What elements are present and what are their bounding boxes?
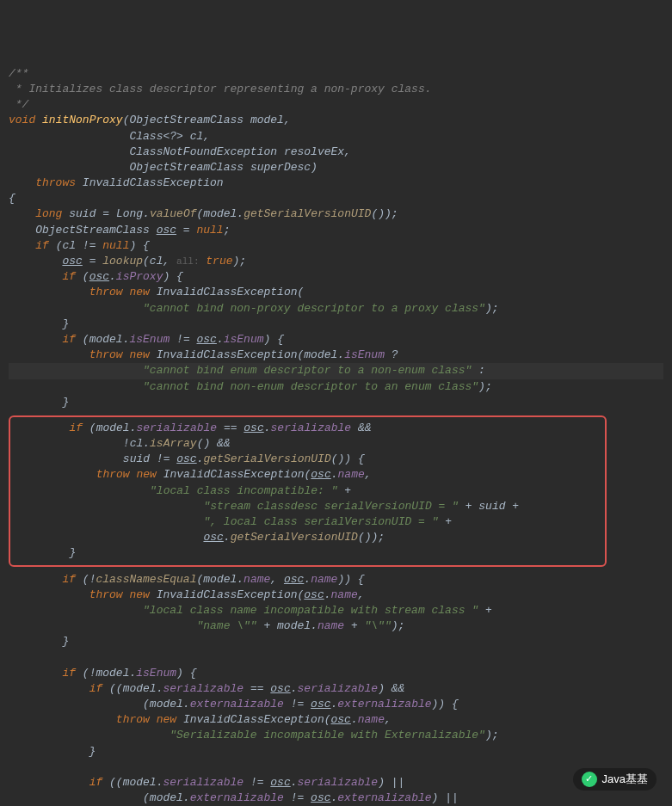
var-osc: osc: [157, 224, 176, 237]
var-model: model: [89, 333, 123, 346]
class-long: Long: [116, 207, 143, 220]
field-isenum: isEnum: [136, 667, 176, 680]
var-osc: osc: [176, 452, 196, 465]
var-osc: osc: [62, 255, 82, 268]
string-literal: "cannot bind non-enum descriptor to an e…: [143, 380, 478, 393]
field-name: name: [311, 573, 337, 586]
call-lookup: lookup: [102, 255, 143, 268]
kw-if: if: [62, 333, 76, 346]
var-model: model: [150, 791, 183, 804]
var-osc: osc: [311, 791, 330, 804]
field-name: name: [338, 468, 365, 481]
var-osc: osc: [244, 421, 263, 434]
kw-if: if: [62, 667, 76, 680]
kw-if: if: [35, 239, 49, 252]
string-literal: "local class incompatible: ": [150, 484, 337, 497]
call-getsvuid: getSerialVersionUID: [231, 531, 358, 544]
exception-type: InvalidClassException: [157, 588, 298, 601]
var-osc: osc: [284, 573, 304, 586]
kw-null: null: [102, 239, 129, 252]
type-osc: ObjectStreamClass: [35, 224, 150, 237]
kw-null: null: [196, 224, 223, 237]
var-suid: suid: [123, 452, 150, 465]
field-name: name: [358, 713, 385, 726]
javadoc-line: */: [9, 98, 28, 111]
param-type: ObjectStreamClass: [129, 114, 244, 126]
kw-long: long: [35, 207, 62, 220]
field-name: name: [331, 588, 358, 601]
string-literal: "name \"": [196, 619, 256, 632]
field-externalizable: externalizable: [337, 791, 431, 804]
var-suid: suid: [69, 207, 96, 220]
var-cl: cl: [150, 255, 163, 268]
string-literal: "stream classdesc serialVersionUID = ": [203, 500, 458, 513]
var-model: model: [203, 207, 237, 220]
code-editor[interactable]: /** * Initializes class descriptor repre…: [9, 66, 663, 806]
var-osc: osc: [304, 588, 324, 601]
kw-throw: throw: [89, 286, 123, 298]
field-externalizable: externalizable: [190, 698, 284, 711]
var-osc: osc: [197, 333, 217, 346]
kw-throws: throws: [35, 176, 76, 189]
kw-if: if: [89, 776, 103, 789]
var-osc: osc: [331, 713, 351, 726]
var-model: model: [203, 573, 237, 586]
kw-throw: throw: [96, 468, 130, 481]
kw-new: new: [129, 588, 149, 601]
var-osc: osc: [89, 270, 109, 283]
param-name: model: [250, 114, 284, 126]
var-osc: osc: [270, 682, 290, 695]
call-classnamesequal: classNamesEqual: [96, 573, 196, 586]
field-isenum: isEnum: [224, 333, 264, 346]
kw-if: if: [62, 573, 76, 586]
exception-type: InvalidClassException: [157, 348, 298, 361]
kw-throw: throw: [89, 348, 123, 361]
var-model: model: [96, 421, 130, 434]
field-externalizable: externalizable: [337, 698, 431, 711]
throws-type: InvalidClassException: [83, 176, 224, 189]
string-literal: "\"": [365, 619, 391, 632]
field-name: name: [244, 573, 270, 586]
param-name: cl: [190, 130, 204, 143]
field-externalizable: externalizable: [190, 791, 284, 804]
kw-new: new: [157, 713, 176, 726]
field-serializable: serializable: [136, 421, 217, 434]
param-name: superDesc: [250, 161, 311, 174]
kw-if: if: [62, 270, 76, 283]
var-model: model: [96, 667, 129, 680]
var-osc: osc: [203, 531, 223, 544]
var-model: model: [150, 698, 183, 711]
field-isproxy: isProxy: [116, 270, 163, 283]
var-osc: osc: [311, 468, 330, 481]
var-model: model: [304, 348, 337, 361]
kw-throw: throw: [89, 588, 123, 601]
param-hint: all:: [176, 256, 199, 267]
var-model: model: [277, 619, 311, 632]
javadoc-line: * Initializes class descriptor represent…: [9, 83, 431, 95]
string-literal: "cannot bind enum descriptor to a non-en…: [143, 364, 472, 377]
kw-if: if: [69, 421, 83, 434]
highlighted-region: if (model.serializable == osc.serializab…: [9, 415, 607, 567]
kw-true: true: [206, 255, 232, 268]
javadoc-line: /**: [9, 67, 28, 80]
field-serializable: serializable: [163, 776, 244, 789]
field-name: name: [318, 619, 344, 632]
kw-if: if: [89, 682, 103, 695]
param-type: ObjectStreamClass: [129, 161, 244, 174]
call-isarray: isArray: [150, 437, 197, 450]
exception-type: InvalidClassException: [183, 713, 324, 726]
check-icon: ✓: [582, 772, 597, 787]
param-type: Class<?>: [129, 130, 182, 143]
field-isenum: isEnum: [344, 348, 385, 361]
exception-type: InvalidClassException: [163, 468, 305, 481]
string-literal: ", local class serialVersionUID = ": [203, 515, 438, 528]
var-osc: osc: [311, 698, 330, 711]
string-literal: "local class name incompatible with stre…: [143, 604, 478, 617]
watermark: ✓ Java基基: [573, 768, 657, 791]
var-model: model: [123, 776, 157, 789]
var-suid: suid: [478, 500, 505, 513]
string-literal: "cannot bind non-proxy descriptor to a p…: [143, 302, 485, 315]
call-getsvuid: getSerialVersionUID: [203, 452, 330, 465]
call-getsvuid: getSerialVersionUID: [244, 207, 371, 220]
param-type: ClassNotFoundException: [129, 145, 277, 158]
